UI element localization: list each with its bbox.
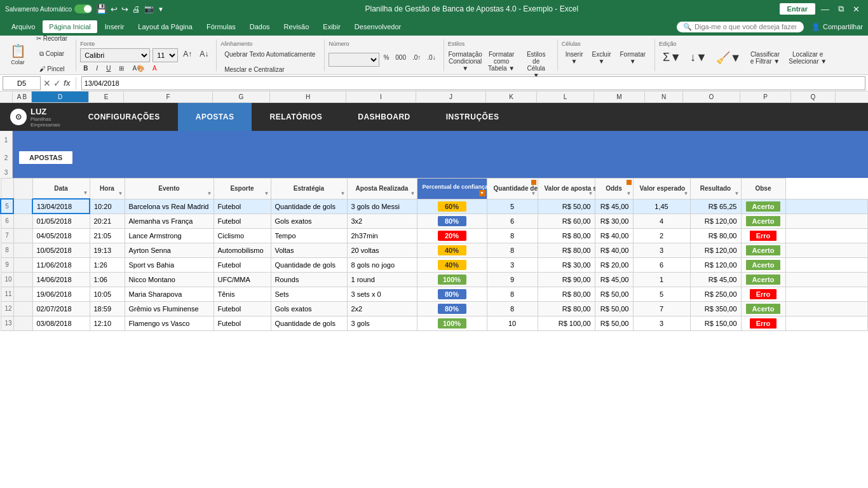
evento-filter-arrow[interactable]: ▼	[207, 191, 212, 196]
cell-val-sugerido[interactable]: R$ 80,00	[538, 287, 595, 301]
cell-obs[interactable]	[785, 228, 868, 243]
cell-stakes[interactable]: 8	[487, 301, 538, 316]
cell-aposta[interactable]: 1 round	[347, 272, 417, 287]
cell-val-sugerido[interactable]: R$ 50,00	[538, 199, 595, 214]
cell-hora[interactable]: 12:10	[90, 316, 125, 330]
tab-instrucoes[interactable]: INSTRUÇÕES	[428, 103, 517, 131]
cell-val-esperado[interactable]: R$ 120,00	[690, 257, 741, 272]
table-row[interactable]: 10 14/06/2018 1:06 Nicco Montano UFC/MMA…	[1, 272, 868, 287]
cell-odds[interactable]: 4	[633, 214, 690, 228]
format-button[interactable]: Formatar▼	[616, 48, 649, 76]
stakes-filter-arrow[interactable]: ▼	[531, 191, 536, 196]
table-row[interactable]: 7 04/05/2018 21:05 Lance Armstrong Cicli…	[1, 228, 868, 243]
cell-esporte[interactable]: Futebol	[214, 301, 271, 316]
cell-resultado[interactable]: Acerto	[741, 214, 785, 228]
bold-button[interactable]: B	[80, 64, 91, 78]
table-row[interactable]: 6 01/05/2018 20:21 Alemanha vs França Fu…	[1, 214, 868, 228]
cell-pct[interactable]: 80%	[417, 301, 487, 316]
tab-apostas[interactable]: APOSTAS	[178, 103, 252, 131]
cell-odds[interactable]: 3	[633, 316, 690, 330]
cell-hora[interactable]: 10:05	[90, 287, 125, 301]
cell-pct[interactable]: 40%	[417, 243, 487, 257]
undo-icon[interactable]: ↩	[111, 4, 118, 14]
menu-revisao[interactable]: Revisão	[278, 20, 316, 33]
cell-val-esperado[interactable]: R$ 350,00	[690, 301, 741, 316]
cell-esporte[interactable]: Futebol	[214, 199, 271, 214]
cell-resultado[interactable]: Erro	[741, 228, 785, 243]
cell-obs[interactable]	[785, 243, 868, 257]
table-row[interactable]: 5 13/04/2018 10:20 Barcelona vs Real Mad…	[1, 199, 868, 214]
share-button[interactable]: 👤 Compartilhar	[811, 23, 863, 31]
cell-val-esperado[interactable]: R$ 150,00	[690, 316, 741, 330]
cell-data[interactable]: 19/06/2018	[32, 287, 90, 301]
fill-button[interactable]: ↓▼	[686, 48, 711, 76]
cell-estrategia[interactable]: Rounds	[271, 272, 347, 287]
menu-layout[interactable]: Layout da Página	[132, 20, 199, 33]
cell-evento[interactable]: Barcelona vs Real Madrid	[125, 199, 214, 214]
cell-evento[interactable]: Alemanha vs França	[125, 214, 214, 228]
table-row[interactable]: 9 11/06/2018 1:26 Sport vs Bahia Futebol…	[1, 257, 868, 272]
cell-val-sugerido[interactable]: R$ 80,00	[538, 228, 595, 243]
cell-data[interactable]: 13/04/2018	[32, 199, 90, 214]
cell-obs[interactable]	[785, 316, 868, 330]
cell-resultado[interactable]: Acerto	[741, 257, 785, 272]
cell-pct[interactable]: 80%	[417, 287, 487, 301]
insert-button[interactable]: Inserir▼	[562, 48, 587, 76]
cell-val-aposta[interactable]: R$ 50,00	[595, 301, 633, 316]
cell-esporte[interactable]: Tênis	[214, 287, 271, 301]
cell-hora[interactable]: 18:59	[90, 301, 125, 316]
restore-button[interactable]: ⧉	[835, 3, 847, 15]
cut-button[interactable]: ✂ Recortar	[33, 33, 71, 47]
cell-odds[interactable]: 1	[633, 272, 690, 287]
data-filter-arrow[interactable]: ▼	[83, 190, 88, 196]
cell-val-aposta[interactable]: R$ 45,00	[595, 199, 633, 214]
clear-button[interactable]: 🧹▼	[712, 48, 745, 76]
border-button[interactable]: ⊞	[116, 64, 127, 78]
font-decrease-button[interactable]: A↓	[197, 48, 211, 62]
cell-pct[interactable]: 20%	[417, 228, 487, 243]
cell-val-esperado[interactable]: R$ 45,00	[690, 272, 741, 287]
fx-icon[interactable]: fx	[64, 79, 71, 88]
resultado-filter-arrow[interactable]: ▼	[735, 191, 740, 196]
cell-pct[interactable]: 100%	[417, 272, 487, 287]
cell-val-aposta[interactable]: R$ 40,00	[595, 243, 633, 257]
menu-exibir[interactable]: Exibir	[316, 20, 347, 33]
cell-val-aposta[interactable]: R$ 20,00	[595, 257, 633, 272]
formula-confirm-icon[interactable]: ✓	[53, 78, 61, 88]
cell-val-sugerido[interactable]: R$ 80,00	[538, 243, 595, 257]
font-select[interactable]: Calibri	[80, 48, 150, 62]
cell-val-esperado[interactable]: R$ 120,00	[690, 214, 741, 228]
cell-hora[interactable]: 21:05	[90, 228, 125, 243]
cell-val-aposta[interactable]: R$ 50,00	[595, 287, 633, 301]
cell-val-aposta[interactable]: R$ 30,00	[595, 214, 633, 228]
formula-cancel-icon[interactable]: ✕	[43, 78, 51, 88]
find-select-button[interactable]: Localizar eSelecionar ▼	[785, 48, 831, 76]
cell-estrategia[interactable]: Sets	[271, 287, 347, 301]
decimal-decrease-button[interactable]: .0↓	[424, 53, 438, 67]
autosave-toggle[interactable]	[74, 4, 92, 13]
redo-icon[interactable]: ↪	[121, 4, 128, 14]
cell-stakes[interactable]: 6	[487, 214, 538, 228]
copy-button[interactable]: ⧉ Copiar	[33, 48, 71, 62]
font-size-select[interactable]: 11	[153, 48, 178, 62]
table-row[interactable]: 8 10/05/2018 19:13 Ayrton Senna Automobi…	[1, 243, 868, 257]
wrap-text-button[interactable]: Quebrar Texto Automaticamente	[220, 48, 319, 62]
cell-obs[interactable]	[785, 257, 868, 272]
font-color-button[interactable]: A	[149, 64, 160, 78]
cell-data[interactable]: 11/06/2018	[32, 257, 90, 272]
cell-aposta[interactable]: 20 voltas	[347, 243, 417, 257]
menu-inserir[interactable]: Inserir	[98, 20, 131, 33]
delete-button[interactable]: Excluir▼	[588, 48, 614, 76]
cell-styles-button[interactable]: Estilos de Célula ▼	[520, 48, 552, 76]
cell-stakes[interactable]: 8	[487, 243, 538, 257]
cell-val-sugerido[interactable]: R$ 60,00	[538, 214, 595, 228]
cell-resultado[interactable]: Acerto	[741, 272, 785, 287]
cell-obs[interactable]	[785, 214, 868, 228]
cell-odds[interactable]: 5	[633, 287, 690, 301]
italic-button[interactable]: I	[93, 64, 101, 78]
percent-button[interactable]: %	[381, 53, 391, 67]
cell-hora[interactable]: 1:06	[90, 272, 125, 287]
cell-resultado[interactable]: Acerto	[741, 301, 785, 316]
cell-odds[interactable]: 3	[633, 243, 690, 257]
cell-aposta[interactable]: 3 gols	[347, 316, 417, 330]
